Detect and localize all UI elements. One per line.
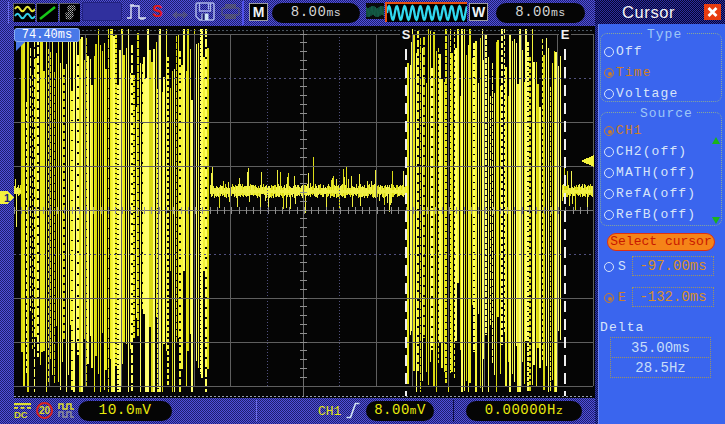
svg-text:1: 1 bbox=[4, 192, 10, 204]
svg-text:DC: DC bbox=[14, 409, 28, 419]
